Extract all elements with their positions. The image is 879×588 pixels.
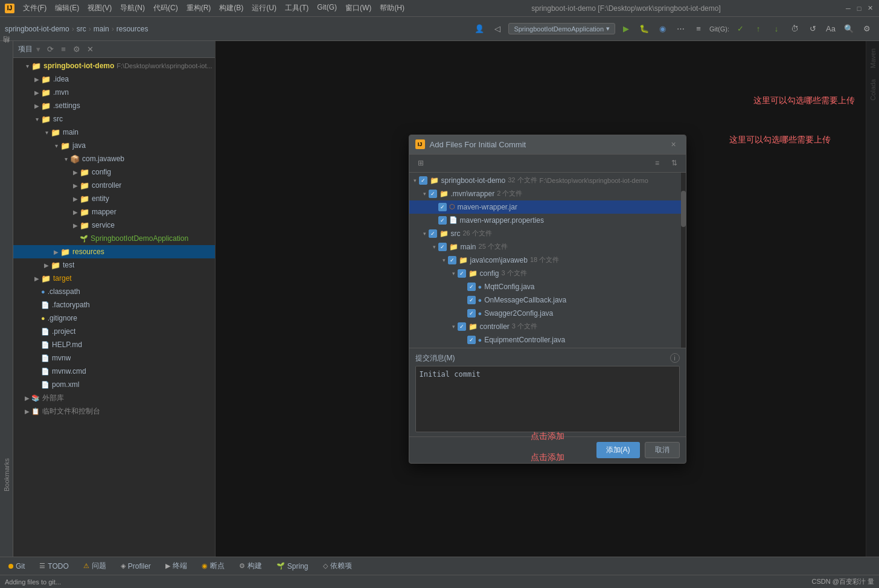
tree-item-gitignore[interactable]: ● .gitignore — [13, 312, 215, 325]
menu-build[interactable]: 构建(B) — [216, 2, 247, 14]
tree-item-config[interactable]: ▶ 📁 config — [13, 165, 215, 179]
tree-item-external[interactable]: ▶ 📚 外部库 — [13, 391, 215, 404]
modal-tree-swagger2config[interactable]: ✓ ● Swagger2Config.java — [409, 307, 686, 320]
tree-item-classpath[interactable]: ● .classpath — [13, 285, 215, 298]
menu-edit[interactable]: 编辑(E) — [51, 2, 83, 14]
toolbar-more[interactable]: ≡ — [691, 22, 706, 36]
modal-grid-icon[interactable]: ⊞ — [414, 156, 427, 170]
tree-arrow-settings[interactable]: ▶ — [33, 101, 41, 110]
menu-git[interactable]: Git(G) — [313, 2, 340, 14]
menu-code[interactable]: 代码(C) — [150, 2, 182, 14]
tree-arrow-controller[interactable]: ▶ — [71, 181, 80, 190]
modal-check-equipmentctrl[interactable]: ✓ — [467, 336, 476, 344]
modal-tree-equipmentctrl[interactable]: ✓ ● EquipmentController.java — [409, 333, 686, 347]
tree-arrow-main[interactable]: ▾ — [42, 128, 51, 136]
modal-check-mavenprops[interactable]: ✓ — [438, 216, 447, 225]
cancel-button[interactable]: 取消 — [645, 442, 680, 458]
modal-tree-javacomjavaweb[interactable]: ▾ ✓ 📁 java\com\javaweb 18 个文件 — [409, 254, 686, 267]
commit-textarea[interactable] — [415, 366, 680, 432]
modal-check-main[interactable]: ✓ — [438, 243, 447, 251]
modal-tree-onmessagecallback[interactable]: ✓ ● OnMessageCallback.java — [409, 293, 686, 307]
modal-check-javaweb[interactable]: ✓ — [448, 256, 456, 264]
tree-item-comjavaweb[interactable]: ▾ 📦 com.javaweb — [13, 152, 215, 165]
tree-arrow-src[interactable]: ▾ — [33, 115, 41, 123]
tree-arrow-idea[interactable]: ▶ — [33, 75, 41, 83]
back-icon[interactable]: ◁ — [490, 22, 505, 36]
modal-arrow-javaweb[interactable]: ▾ — [441, 257, 448, 264]
menu-view[interactable]: 视图(V) — [84, 2, 115, 14]
run-btn[interactable]: ▶ — [619, 22, 633, 36]
git-revert[interactable]: ↺ — [805, 22, 820, 36]
modal-check-src[interactable]: ✓ — [429, 229, 437, 238]
tree-item-settings[interactable]: ▶ 📁 .settings — [13, 99, 215, 112]
git-push[interactable]: ↑ — [751, 22, 766, 36]
tree-item-mvnwcmd[interactable]: 📄 mvnw.cmd — [13, 365, 215, 378]
tree-item-scratch[interactable]: ▶ 📋 临时文件和控制台 — [13, 404, 215, 418]
modal-tree-mavenprops[interactable]: ✓ 📄 maven-wrapper.properties — [409, 214, 686, 227]
tree-item-factorypath[interactable]: 📄 .factorypath — [13, 298, 215, 312]
modal-tree-controller[interactable]: ▾ ✓ 📁 controller 3 个文件 — [409, 320, 686, 333]
bottom-tab-git[interactable]: Git — [5, 561, 28, 572]
modal-check-onmessagecallback[interactable]: ✓ — [467, 296, 476, 304]
more-run-btn[interactable]: ⋯ — [673, 22, 688, 36]
tree-arrow-entity[interactable]: ▶ — [71, 194, 80, 203]
vtab-bookmarks[interactable]: Bookmarks — [2, 453, 11, 496]
menu-navigate[interactable]: 导航(N) — [117, 2, 149, 14]
modal-arrow-controller[interactable]: ▾ — [450, 323, 458, 330]
tree-item-service[interactable]: ▶ 📁 service — [13, 219, 215, 232]
menu-run[interactable]: 运行(U) — [248, 2, 280, 14]
modal-check-mavenjar[interactable]: ✓ — [438, 203, 447, 211]
user-icon[interactable]: 👤 — [472, 22, 487, 36]
sidebar-filter-btn[interactable]: ⚙ — [71, 43, 83, 56]
bottom-tab-spring[interactable]: 🌱 Spring — [273, 561, 312, 572]
tree-arrow-mapper[interactable]: ▶ — [71, 208, 80, 216]
modal-check-mqttconfig[interactable]: ✓ — [467, 283, 476, 291]
bottom-tab-todo[interactable]: ☰ TODO — [36, 561, 72, 572]
modal-check-config[interactable]: ✓ — [458, 269, 466, 278]
tree-arrow-java[interactable]: ▾ — [52, 141, 60, 150]
sidebar-collapse-btn[interactable]: ≡ — [57, 43, 69, 56]
menu-help[interactable]: 帮助(H) — [376, 2, 408, 14]
menu-tools[interactable]: 工具(T) — [281, 2, 312, 14]
maximize-btn[interactable]: □ — [855, 4, 863, 13]
modal-tree-main[interactable]: ▾ ✓ 📁 main 25 个文件 — [409, 240, 686, 254]
tree-arrow-config[interactable]: ▶ — [71, 168, 80, 176]
tree-item-mvnw[interactable]: 📄 mvnw — [13, 351, 215, 365]
breadcrumb-resources[interactable]: resources — [117, 25, 149, 33]
bottom-tab-profiler[interactable]: ◈ Profiler — [117, 561, 155, 572]
modal-tree-config[interactable]: ▾ ✓ 📁 config 3 个文件 — [409, 267, 686, 280]
window-controls[interactable]: ─ □ ✕ — [844, 4, 874, 13]
sidebar-close-btn[interactable]: ✕ — [84, 43, 96, 56]
modal-scrollbar-thumb[interactable] — [681, 191, 686, 227]
breadcrumb-project[interactable]: springboot-iot-demo — [5, 25, 69, 33]
tree-item-target[interactable]: ▶ 📁 target — [13, 272, 215, 285]
modal-sort-icon[interactable]: ⇅ — [668, 156, 681, 170]
settings-btn[interactable]: ⚙ — [860, 22, 874, 36]
modal-arrow-root[interactable]: ▾ — [412, 177, 419, 184]
commit-info-btn[interactable]: i — [670, 353, 680, 363]
bottom-tab-problems[interactable]: ⚠ 问题 — [80, 560, 110, 572]
menu-refactor[interactable]: 重构(R) — [183, 2, 215, 14]
modal-tree-mavenjar[interactable]: ✓ ⬡ maven-wrapper.jar — [409, 200, 686, 214]
modal-tree-mvnwrapper[interactable]: ▾ ✓ 📁 .mvn\wrapper 2 个文件 — [409, 187, 686, 200]
tree-arrow-service[interactable]: ▶ — [71, 221, 80, 229]
tree-item-idea[interactable]: ▶ 📁 .idea — [13, 72, 215, 86]
git-pull[interactable]: ↓ — [769, 22, 784, 36]
tree-arrow-target[interactable]: ▶ — [33, 274, 41, 283]
tree-arrow-mvn[interactable]: ▶ — [33, 88, 41, 97]
minimize-btn[interactable]: ─ — [844, 4, 852, 13]
tree-item-root[interactable]: ▾ 📁 springboot-iot-demo F:\Desktop\work\… — [13, 59, 215, 72]
git-checkmark[interactable]: ✓ — [733, 22, 747, 36]
tree-item-src[interactable]: ▾ 📁 src — [13, 112, 215, 126]
modal-tree-root[interactable]: ▾ ✓ 📁 springboot-iot-demo 32 个文件 F:\Desk… — [409, 174, 686, 187]
tree-arrow-external[interactable]: ▶ — [23, 394, 31, 402]
menu-window[interactable]: 窗口(W) — [342, 2, 375, 14]
modal-check-root[interactable]: ✓ — [419, 176, 427, 185]
modal-tree-src[interactable]: ▾ ✓ 📁 src 26 个文件 — [409, 227, 686, 240]
tree-item-java[interactable]: ▾ 📁 java — [13, 139, 215, 152]
tree-item-main[interactable]: ▾ 📁 main — [13, 126, 215, 139]
modal-tree-equipmentdatactrl[interactable]: ✓ ● EquipmentDataController.java — [409, 347, 686, 348]
modal-check-controller[interactable]: ✓ — [458, 322, 466, 331]
vtab-structure[interactable]: 结构 — [1, 43, 12, 53]
breadcrumb-main[interactable]: main — [94, 25, 109, 33]
